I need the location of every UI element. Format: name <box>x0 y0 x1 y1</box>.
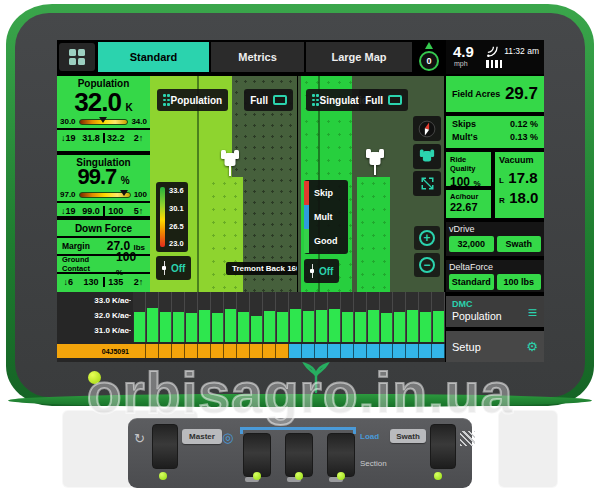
master-switch[interactable] <box>152 424 178 469</box>
skip-swatch <box>304 181 309 205</box>
home-grid-button[interactable] <box>59 43 95 71</box>
swath-switch[interactable] <box>430 424 456 469</box>
ground-contact-label: Ground Contact <box>62 255 116 273</box>
map-singulation[interactable]: Singulation Full Skip Mult Good Off <box>298 76 444 292</box>
zoom-in-button[interactable]: + <box>414 226 440 250</box>
speed-value: 4.9 <box>453 43 474 60</box>
map-right-full-button[interactable]: Full <box>359 89 408 111</box>
legend-value: 26.5 <box>169 222 184 231</box>
tab-large-map[interactable]: Large Map <box>305 42 412 72</box>
tab-metrics[interactable]: Metrics <box>210 42 304 72</box>
section-cell <box>146 344 159 358</box>
section-cell <box>406 344 419 358</box>
deltaforce-mode-button[interactable]: Standard <box>449 274 494 290</box>
skips-value: 0.12 % <box>510 119 538 129</box>
chart-bar <box>406 292 419 342</box>
planter-id-tag: 04J5091 <box>57 344 133 358</box>
map-left-off-button[interactable]: Off <box>156 256 191 280</box>
swath-plate: Swath <box>390 429 426 443</box>
skip-label: Skip <box>314 188 333 198</box>
field-acres-label: Field Acres <box>452 89 500 99</box>
population-min: 30.0 <box>60 117 76 126</box>
clock: 11:32 am <box>504 46 539 56</box>
chart-bar <box>315 292 328 342</box>
slider-icon <box>162 261 166 275</box>
led-indicator <box>253 472 261 480</box>
chart-bar <box>211 292 224 342</box>
expand-map-button[interactable] <box>413 171 441 196</box>
led-indicator <box>434 472 442 480</box>
deltaforce-value-button[interactable]: 100 lbs <box>497 274 542 290</box>
mult-swatch <box>304 205 309 229</box>
vdrive-swath-button[interactable]: Swath <box>497 236 542 252</box>
deltaforce-label: DeltaForce <box>449 262 541 272</box>
map-right-legend[interactable]: Skip Mult Good <box>304 180 348 254</box>
map-right-off-button[interactable]: Off <box>304 259 339 283</box>
section-cell <box>224 344 237 358</box>
ytick-label: 31.0 K/ac <box>94 326 129 335</box>
ride-quality-value: 100 <box>450 175 470 189</box>
ride-quality-card[interactable]: Ride Quality 100 % <box>446 152 493 188</box>
singulation-high-row: 5↑ <box>127 206 150 216</box>
population-max: 34.0 <box>131 117 147 126</box>
row-population-chart[interactable]: 33.0 K/ac 32.0 K/ac 31.0 K/ac 04J5091 <box>57 292 445 362</box>
map-left-legend[interactable]: 33.6 30.1 26.5 23.0 <box>156 182 188 252</box>
tab-standard[interactable]: Standard <box>97 42 209 72</box>
rotate-icon: ↻ <box>134 431 145 446</box>
vacuum-left-value: 17.8 <box>508 169 537 186</box>
vdrive-rate-button[interactable]: 32,000 <box>449 236 494 252</box>
field-acres-card[interactable]: Field Acres 29.7 <box>446 76 544 114</box>
dmc-label: DMC <box>452 299 538 309</box>
off-label: Off <box>319 266 333 277</box>
notices-button[interactable]: 0 <box>414 43 444 71</box>
section-cell <box>289 344 302 358</box>
map-left-full-button[interactable]: Full <box>244 89 293 111</box>
chart-bar <box>224 292 237 342</box>
skips-mults-card[interactable]: Skips0.12 % Mult's0.13 % <box>446 116 544 150</box>
section-cell <box>393 344 406 358</box>
monitor-bottom-edge <box>8 394 592 407</box>
section-switch-2[interactable] <box>285 433 313 477</box>
section-cell <box>250 344 263 358</box>
skips-label: Skips <box>452 119 476 129</box>
center-on-planter-button[interactable] <box>413 144 441 169</box>
planter-marker-icon <box>220 150 240 176</box>
compass-button[interactable] <box>413 116 441 141</box>
section-label: Section <box>360 459 387 468</box>
vacuum-card[interactable]: Vacuum L 17.8 R 18.0 <box>495 152 544 220</box>
singulation-card[interactable]: Singulation 99.7 % 97.0 100 ↓19 99.0 100… <box>57 155 150 218</box>
menu-icon <box>163 94 166 106</box>
field-acres-value: 29.7 <box>505 84 538 104</box>
fullscreen-icon <box>273 95 287 105</box>
vacuum-label: Vacuum <box>499 155 540 165</box>
led-indicator <box>159 472 167 480</box>
load-label: Load <box>360 432 379 441</box>
ride-quality-unit: % <box>473 179 480 188</box>
dmc-row[interactable]: DMC Population ≡ <box>446 296 544 329</box>
section-strip-cells <box>133 344 445 358</box>
downforce-card[interactable]: Down Force Margin 27.0 lbs Ground Contac… <box>57 220 150 292</box>
chart-bar <box>289 292 302 342</box>
singulation-low-row: ↓19 <box>57 206 80 216</box>
section-switch-3[interactable] <box>327 433 355 477</box>
section-cell <box>354 344 367 358</box>
master-plate: Master <box>182 429 222 444</box>
ground-contact-value: 100 <box>116 250 136 264</box>
population-card[interactable]: Population 32.0 K 30.0 34.0 ↓19 31.8 32.… <box>57 76 150 153</box>
section-cell <box>328 344 341 358</box>
chart-bar <box>328 292 341 342</box>
off-label: Off <box>171 263 185 274</box>
signal-bars-icon <box>486 60 502 68</box>
section-cell <box>237 344 250 358</box>
map-left-attribute-selector[interactable]: Population <box>157 89 228 111</box>
setup-row[interactable]: Setup ⚙ <box>446 331 544 362</box>
plus-icon: + <box>419 230 435 246</box>
ytick-mark <box>127 330 131 331</box>
zoom-out-button[interactable]: − <box>414 253 440 277</box>
led-indicator <box>295 472 303 480</box>
ac-hour-card[interactable]: Ac/hour 22.67 <box>446 190 493 220</box>
planter-button-icon <box>419 148 435 166</box>
section-switch-1[interactable] <box>243 433 271 477</box>
population-high-value: 32.2 <box>103 133 128 143</box>
map-population[interactable]: Population Full 33.6 30.1 26.5 23.0 <box>150 76 297 292</box>
